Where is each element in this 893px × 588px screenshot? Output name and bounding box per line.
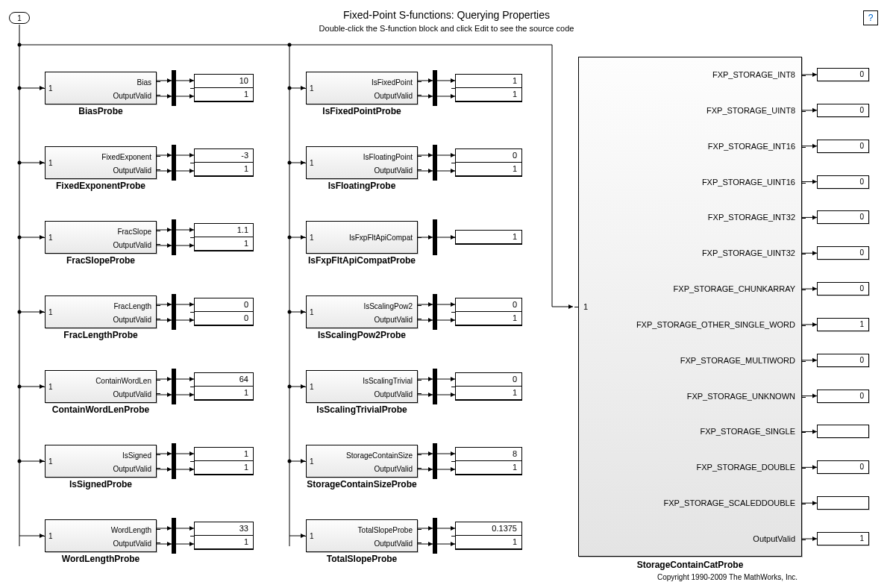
big-probe-display[interactable]: 1 <box>817 532 869 545</box>
probe-label: IsScalingTrivialProbe <box>306 404 418 415</box>
fixed-exponent-probe-block[interactable]: 1FixedExponentOutputValid <box>45 146 157 179</box>
demux[interactable] <box>172 443 176 479</box>
display[interactable]: 81 <box>455 447 522 475</box>
svg-point-96 <box>288 161 292 165</box>
display[interactable]: 01 <box>455 148 522 177</box>
demux[interactable] <box>433 369 437 404</box>
probe-in: 1 <box>48 84 53 93</box>
total-slope-probe-block[interactable]: 1TotalSlopeProbeOutputValid <box>306 519 418 552</box>
is-fxp-flt-api-compat-probe-block[interactable]: 1IsFxpFltApiCompat <box>306 221 418 254</box>
display[interactable]: 00 <box>194 298 254 326</box>
probe-label: FracSlopeProbe <box>45 255 157 266</box>
display-value-1: 1 <box>456 75 521 88</box>
big-probe-display[interactable]: 0 <box>817 282 869 295</box>
big-probe-display[interactable]: 0 <box>817 354 869 367</box>
svg-point-107 <box>288 236 292 240</box>
display-value: 0 <box>818 211 868 223</box>
frac-length-probe-block[interactable]: 1FracLengthOutputValid <box>45 295 157 328</box>
svg-point-64 <box>18 460 22 463</box>
probe-out-1: IsSigned <box>122 451 151 460</box>
is-fixed-point-probe-block[interactable]: 1IsFixedPointOutputValid <box>306 72 418 104</box>
big-probe-out-label: FXP_STORAGE_SINGLE <box>700 427 795 436</box>
big-probe-display[interactable]: 0 <box>817 140 869 153</box>
demux[interactable] <box>172 294 176 330</box>
inport-1[interactable]: 1 <box>9 12 30 24</box>
probe-label: StorageContainSizeProbe <box>306 479 418 490</box>
is-scaling-trivial-probe-block[interactable]: 1IsScalingTrivialOutputValid <box>306 370 418 403</box>
big-probe-display[interactable]: 0 <box>817 68 869 81</box>
big-probe-display[interactable]: 1 <box>817 318 869 331</box>
display-value-1: 8 <box>456 448 521 461</box>
big-probe-display[interactable]: 0 <box>817 246 869 260</box>
big-probe-display[interactable] <box>817 496 869 510</box>
storage-contain-cat-probe[interactable]: 1 FXP_STORAGE_INT8FXP_STORAGE_UINT8FXP_S… <box>578 57 802 557</box>
demux[interactable] <box>172 145 176 181</box>
is-floating-probe-block[interactable]: 1IsFloatingPointOutputValid <box>306 146 418 179</box>
display-value-2: 1 <box>456 312 521 325</box>
display-value-1: 0 <box>195 298 253 312</box>
probe-out-2: OutputValid <box>113 465 151 473</box>
probe-out-1: FracSlope <box>117 228 151 236</box>
display-value-1: 0 <box>456 373 521 387</box>
demux[interactable] <box>433 145 437 181</box>
probe-in: 1 <box>48 159 53 167</box>
display[interactable]: 11 <box>194 447 254 475</box>
demux[interactable] <box>433 518 437 554</box>
big-probe-out-label: FXP_STORAGE_INT8 <box>712 70 795 79</box>
display-value-2: 1 <box>456 163 521 176</box>
display[interactable]: 11 <box>455 74 522 102</box>
demux[interactable] <box>433 294 437 330</box>
probe-out-2: OutputValid <box>374 316 413 324</box>
probe-out-2: OutputValid <box>113 241 151 249</box>
probe-label: IsFloatingProbe <box>306 181 418 191</box>
big-probe-display[interactable]: 0 <box>817 210 869 224</box>
help-icon: ? <box>868 13 874 23</box>
display-value: 1 <box>818 533 868 545</box>
probe-label: IsSignedProbe <box>45 479 157 490</box>
demux[interactable] <box>433 70 437 106</box>
display-value: 0 <box>818 461 868 473</box>
demux[interactable] <box>433 443 437 479</box>
display[interactable]: 01 <box>455 298 522 326</box>
demux[interactable] <box>172 369 176 404</box>
is-scaling-pow2-probe-block[interactable]: 1IsScalingPow2OutputValid <box>306 295 418 328</box>
display[interactable]: 641 <box>194 372 254 401</box>
big-probe-display[interactable]: 0 <box>817 104 869 117</box>
svg-marker-8 <box>568 304 573 309</box>
contain-word-len-probe-block[interactable]: 1ContainWordLenOutputValid <box>45 370 157 403</box>
frac-slope-probe-block[interactable]: 1FracSlopeOutputValid <box>45 221 157 254</box>
big-probe-display[interactable] <box>817 425 869 438</box>
big-probe-display[interactable]: 0 <box>817 175 869 189</box>
big-probe-label: StorageContainCatProbe <box>578 560 802 570</box>
probe-out-1: IsScalingTrivial <box>363 377 413 385</box>
probe-label: FixedExponentProbe <box>45 181 157 191</box>
bias-probe-block[interactable]: 1BiasOutputValid <box>45 72 157 104</box>
probe-out-2: OutputValid <box>113 316 151 324</box>
display-value-1: 0.1375 <box>456 522 521 536</box>
display[interactable]: 01 <box>455 372 522 401</box>
is-signed-probe-block[interactable]: 1IsSignedOutputValid <box>45 445 157 478</box>
big-probe-out-label: FXP_STORAGE_OTHER_SINGLE_WORD <box>636 320 795 329</box>
display[interactable]: -31 <box>194 148 254 177</box>
display[interactable]: 1.11 <box>194 223 254 251</box>
probe-in: 1 <box>48 457 53 466</box>
display-value-2: 1 <box>456 461 521 475</box>
demux[interactable] <box>172 518 176 554</box>
big-probe-display[interactable]: 0 <box>817 460 869 474</box>
display[interactable]: 101 <box>194 74 254 102</box>
display[interactable]: 0.13751 <box>455 522 522 550</box>
display[interactable]: 1 <box>455 230 522 245</box>
page-title: Fixed-Point S-functions: Querying Proper… <box>0 9 893 21</box>
demux[interactable] <box>433 219 437 255</box>
big-probe-display[interactable]: 0 <box>817 390 869 403</box>
probe-label: WordLengthProbe <box>45 554 157 564</box>
big-probe-out-label: FXP_STORAGE_SCALEDDOUBLE <box>664 498 795 507</box>
display[interactable]: 331 <box>194 522 254 550</box>
display-value <box>818 497 868 509</box>
help-button[interactable]: ? <box>863 10 878 25</box>
storage-contain-size-probe-block[interactable]: 1StorageContainSizeOutputValid <box>306 445 418 478</box>
demux[interactable] <box>172 70 176 106</box>
display-value <box>818 425 868 437</box>
demux[interactable] <box>172 219 176 255</box>
word-length-probe-block[interactable]: 1WordLengthOutputValid <box>45 519 157 552</box>
